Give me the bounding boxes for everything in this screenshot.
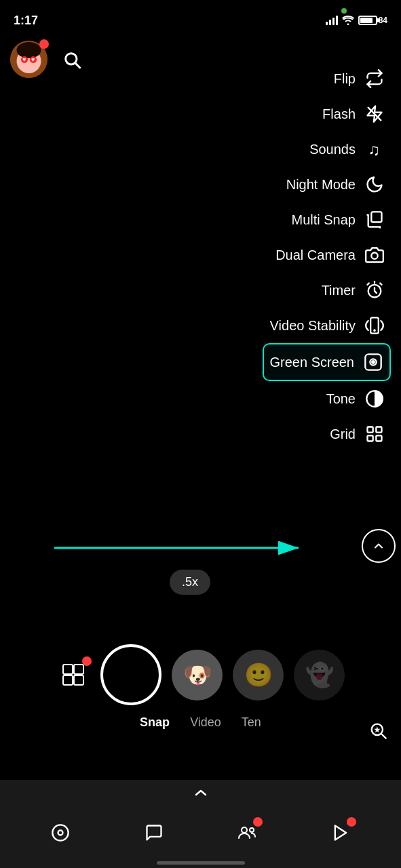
stories-icon: [331, 823, 350, 842]
avatar-badge: [39, 39, 49, 49]
video-stability-icon: [364, 315, 385, 336]
flash-icon: [364, 103, 385, 125]
lens-1[interactable]: 🐶: [172, 650, 223, 701]
menu-item-tone[interactable]: Tone: [263, 381, 391, 416]
lens-search-button[interactable]: [368, 721, 387, 743]
lens-3[interactable]: 👻: [294, 650, 345, 701]
wifi-icon: [342, 16, 354, 25]
mode-tabs: Snap Video Ten: [140, 709, 261, 736]
map-icon: [51, 823, 70, 842]
svg-point-35: [58, 831, 62, 835]
svg-rect-23: [376, 427, 381, 433]
nav-chat[interactable]: [137, 816, 171, 850]
menu-item-flash[interactable]: Flash: [263, 96, 391, 132]
multi-snap-label: Multi Snap: [292, 212, 356, 228]
nav-map[interactable]: [43, 816, 77, 850]
sounds-label: Sounds: [309, 142, 356, 157]
tab-snap[interactable]: Snap: [140, 715, 170, 730]
friends-badge: [253, 817, 263, 827]
timer-icon: [364, 279, 385, 301]
battery-box: [358, 16, 377, 25]
green-screen-label: Green Screen: [269, 355, 354, 370]
lens-gallery-icon: [61, 663, 85, 687]
collapse-menu-button[interactable]: [362, 529, 396, 563]
tone-label: Tone: [326, 391, 356, 407]
camera-options-menu: Flip Flash Sounds ♫: [263, 61, 391, 452]
lens-gallery-button[interactable]: [56, 658, 90, 692]
svg-rect-30: [74, 665, 83, 674]
svg-point-2: [17, 42, 41, 58]
status-bar: 1:17 84: [0, 0, 401, 34]
svg-point-36: [242, 827, 247, 833]
flash-label: Flash: [322, 106, 356, 122]
tab-video[interactable]: Video: [190, 715, 221, 730]
dual-camera-label: Dual Camera: [275, 248, 356, 263]
menu-item-dual-camera[interactable]: Dual Camera: [263, 237, 391, 273]
menu-item-night-mode[interactable]: Night Mode: [263, 167, 391, 202]
battery-text: 84: [379, 16, 387, 25]
nav-expand[interactable]: [0, 780, 401, 803]
menu-item-timer[interactable]: Timer: [263, 273, 391, 308]
top-left-controls: ♥ ♥: [10, 41, 83, 78]
svg-rect-28: [63, 665, 73, 674]
svg-text:♫: ♫: [368, 141, 381, 159]
lens-2[interactable]: 🙂: [233, 650, 284, 701]
flip-label: Flip: [334, 71, 356, 87]
arrow-pointer: [41, 534, 339, 561]
zoom-label: .5x: [182, 575, 198, 589]
camera-controls: 🐶 🙂 👻 Snap Video Ten: [0, 644, 401, 780]
svg-point-34: [52, 825, 68, 840]
bottom-nav: [0, 780, 401, 868]
svg-line-8: [75, 63, 79, 67]
status-time: 1:17: [14, 14, 38, 28]
svg-text:♥: ♥: [22, 56, 26, 63]
svg-point-20: [372, 361, 375, 363]
timer-label: Timer: [322, 283, 356, 298]
stories-badge: [347, 817, 356, 827]
svg-rect-29: [63, 675, 73, 685]
chat-icon: [145, 823, 164, 842]
zoom-button[interactable]: .5x: [170, 570, 210, 595]
svg-text:♥: ♥: [31, 56, 35, 63]
svg-line-33: [381, 734, 385, 738]
dual-camera-icon: [364, 244, 385, 266]
search-icon: [62, 50, 81, 69]
green-screen-icon: [362, 351, 384, 373]
svg-rect-22: [368, 427, 373, 433]
svg-rect-12: [371, 212, 381, 222]
lens-gallery-badge: [82, 656, 92, 666]
search-button[interactable]: [61, 49, 83, 71]
lens-row: 🐶 🙂 👻: [0, 644, 401, 705]
menu-item-sounds[interactable]: Sounds ♫: [263, 132, 391, 167]
menu-item-flip[interactable]: Flip: [263, 61, 391, 96]
multi-snap-icon: [364, 209, 385, 231]
menu-item-video-stability[interactable]: Video Stability: [263, 308, 391, 343]
nav-items: [0, 803, 401, 863]
battery-indicator: 84: [358, 16, 387, 25]
status-icons: 84: [326, 16, 387, 25]
signal-icon: [326, 16, 338, 25]
grid-icon: [364, 423, 385, 445]
flip-icon: [364, 68, 385, 90]
svg-point-13: [371, 253, 377, 259]
nav-stories[interactable]: [324, 816, 358, 850]
tab-ten[interactable]: Ten: [242, 715, 261, 730]
home-bar: [157, 861, 245, 865]
menu-item-multi-snap[interactable]: Multi Snap: [263, 202, 391, 237]
night-mode-icon: [364, 174, 385, 195]
svg-rect-25: [376, 435, 381, 441]
svg-rect-24: [368, 435, 373, 441]
menu-item-grid[interactable]: Grid: [263, 416, 391, 452]
nav-friends[interactable]: [230, 816, 264, 850]
svg-rect-31: [74, 675, 83, 685]
tone-icon: [364, 388, 385, 410]
night-mode-label: Night Mode: [286, 177, 356, 193]
home-indicator: [0, 863, 401, 868]
menu-item-green-screen[interactable]: Green Screen: [263, 343, 391, 381]
sounds-icon: ♫: [364, 138, 385, 160]
svg-marker-38: [335, 826, 346, 840]
avatar-container[interactable]: ♥ ♥: [10, 41, 47, 78]
video-stability-label: Video Stability: [270, 318, 356, 334]
shutter-button[interactable]: [100, 644, 161, 705]
grid-label: Grid: [330, 427, 356, 442]
